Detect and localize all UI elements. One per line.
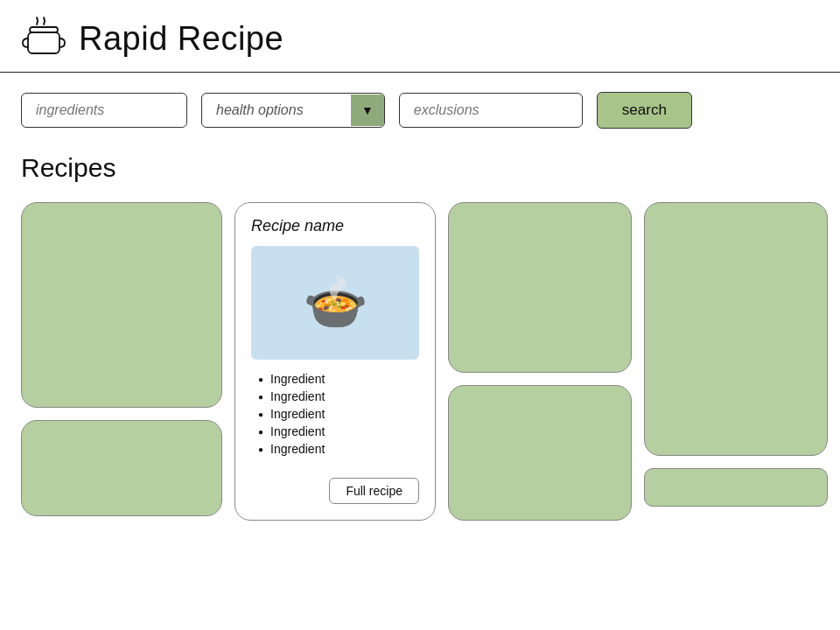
list-item: Ingredient (258, 372, 426, 386)
recipes-grid: Recipe name 🍲 Ingredient Ingredient Ingr… (21, 202, 819, 521)
svg-rect-1 (28, 32, 60, 53)
recipe-emoji: 🍲 (303, 276, 368, 329)
health-options-dropdown[interactable]: health options ▼ (201, 93, 385, 128)
recipe-card-placeholder-4[interactable] (448, 385, 632, 521)
recipe-detail-card: Recipe name 🍲 Ingredient Ingredient Ingr… (234, 202, 436, 521)
recipes-section: Recipes Recipe name 🍲 Ingredient Ingredi… (0, 144, 840, 538)
list-item: Ingredient (258, 389, 426, 403)
recipe-image: 🍲 (251, 246, 419, 360)
recipe-card-placeholder-2[interactable] (21, 420, 222, 516)
list-item: Ingredient (258, 424, 426, 438)
recipe-card-name: Recipe name (251, 217, 344, 235)
app-title: Rapid Recipe (79, 20, 284, 58)
recipe-card-placeholder-5[interactable] (644, 202, 828, 456)
pot-icon (21, 16, 66, 61)
recipe-card-placeholder-3[interactable] (448, 202, 632, 373)
app-header: Rapid Recipe (0, 0, 840, 73)
search-bar: health options ▼ search (0, 73, 840, 144)
search-button[interactable]: search (597, 92, 692, 129)
ingredients-list: Ingredient Ingredient Ingredient Ingredi… (258, 372, 426, 459)
list-item: Ingredient (258, 442, 426, 456)
ingredients-input[interactable] (21, 93, 187, 128)
health-options-label: health options (202, 94, 351, 127)
col1-cards (21, 202, 222, 521)
exclusions-input[interactable] (399, 93, 583, 128)
col3-cards (448, 202, 632, 521)
recipe-card-placeholder-1[interactable] (21, 202, 222, 408)
recipe-card-placeholder-6[interactable] (644, 468, 828, 507)
list-item: Ingredient (258, 407, 426, 421)
svg-rect-0 (30, 27, 58, 32)
health-options-arrow[interactable]: ▼ (351, 94, 384, 126)
col4-cards (644, 202, 828, 521)
recipes-title: Recipes (21, 153, 819, 183)
full-recipe-button[interactable]: Full recipe (329, 478, 419, 504)
